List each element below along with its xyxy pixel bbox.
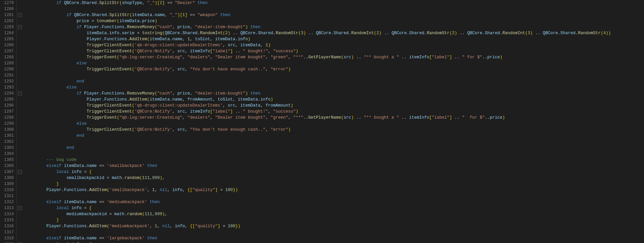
code-line: else: [26, 84, 644, 90]
line-number: 1303: [3, 145, 14, 151]
line-number: 1290: [3, 66, 14, 72]
line-number: 1287: [3, 48, 14, 54]
code-line: if Player.Functions.RemoveMoney("cash", …: [26, 90, 644, 97]
code-line: else: [26, 60, 644, 66]
line-number: 1300: [3, 127, 14, 133]
code-line: [26, 193, 644, 199]
code-line: TriggerClientEvent('QBCore:Notify', src,…: [26, 109, 644, 115]
line-number: 1318: [3, 235, 14, 241]
code-line: Player.Functions.AddItem(itemData.name, …: [26, 36, 644, 42]
fold-row: −: [17, 24, 24, 30]
code-line: }: [26, 217, 644, 223]
line-number: 1298: [3, 115, 14, 121]
fold-button[interactable]: −: [18, 170, 22, 174]
fold-row: [17, 66, 24, 72]
line-number: 1282: [3, 18, 14, 24]
fold-row: [17, 60, 24, 66]
code-line: [26, 6, 644, 12]
fold-row: [17, 187, 24, 193]
fold-row: [17, 181, 24, 187]
code-line: Player.Functions.AddItem(itemData.name, …: [26, 97, 644, 103]
code-line: end: [26, 145, 644, 151]
code-line: }: [26, 181, 644, 187]
code-line: if QBCore.Shared.SplitStr(itemData.name,…: [26, 12, 644, 18]
code-line: TriggerClientEvent('qb-drugs:client:upda…: [26, 42, 644, 48]
fold-row: −: [17, 241, 24, 243]
code-line: --- bag code: [26, 157, 644, 163]
fold-row: [17, 42, 24, 48]
line-number: 1283: [3, 24, 14, 30]
fold-row: [17, 72, 24, 78]
line-number: 1317: [3, 229, 14, 235]
line-number: 1305: [3, 157, 14, 163]
line-number: 1291: [3, 72, 14, 78]
line-number: 1279: [3, 0, 14, 6]
fold-row: [17, 139, 24, 145]
code-line: local info = {: [26, 205, 644, 211]
fold-row: [17, 163, 24, 169]
code-line: [26, 72, 644, 78]
line-numbers: 1279128012811282128312841285128612871288…: [0, 0, 17, 243]
code-line: price = tonumber(itemData.price): [26, 18, 644, 24]
fold-row: [17, 48, 24, 54]
fold-row: −: [17, 169, 24, 175]
line-number: 1299: [3, 121, 14, 127]
line-number: 1302: [3, 139, 14, 145]
fold-row: [17, 115, 24, 121]
code-line: TriggerClientEvent('QBCore:Notify', src,…: [26, 66, 644, 72]
line-number: 1292: [3, 78, 14, 84]
line-number: 1311: [3, 193, 14, 199]
line-number: 1294: [3, 90, 14, 97]
fold-column[interactable]: −−−−−−: [17, 0, 24, 243]
fold-row: [17, 127, 24, 133]
fold-row: [17, 36, 24, 42]
code-line: itemData.info.serie = tostring(QBCore.Sh…: [26, 30, 644, 36]
fold-row: [17, 151, 24, 157]
code-content: if QBCore.Shared.SplitStr(shopType, "_")…: [24, 0, 644, 243]
line-number: 1308: [3, 175, 14, 181]
line-number: 1286: [3, 42, 14, 48]
line-number: 1284: [3, 30, 14, 36]
fold-row: [17, 103, 24, 109]
line-number: 1285: [3, 36, 14, 42]
fold-button[interactable]: −: [18, 206, 22, 210]
fold-button[interactable]: −: [18, 13, 22, 17]
fold-row: [17, 157, 24, 163]
fold-row: [17, 199, 24, 205]
fold-button[interactable]: −: [18, 25, 22, 29]
line-number: 1313: [3, 205, 14, 211]
fold-row: [17, 193, 24, 199]
fold-row: [17, 133, 24, 139]
line-number: 1281: [3, 12, 14, 18]
code-line: Player.Functions.AddItem('mediumbackpack…: [26, 223, 644, 229]
fold-row: [17, 229, 24, 235]
fold-row: [17, 211, 24, 217]
code-line: TriggerClientEvent('qb-drugs:client:upda…: [26, 103, 644, 109]
fold-row: [17, 18, 24, 24]
line-number: 1310: [3, 187, 14, 193]
code-line: [26, 229, 644, 235]
code-editor: 1279128012811282128312841285128612871288…: [0, 0, 644, 243]
code-line: if Player.Functions.RemoveMoney("cash", …: [26, 24, 644, 30]
line-number: 1289: [3, 60, 14, 66]
code-line: [26, 151, 644, 157]
fold-row: [17, 78, 24, 84]
line-number: 1280: [3, 6, 14, 12]
line-number: 1312: [3, 199, 14, 205]
code-line: local info = {: [26, 241, 644, 243]
code-line: end: [26, 78, 644, 84]
fold-row: [17, 175, 24, 181]
code-line: [26, 139, 644, 145]
line-number: 1296: [3, 103, 14, 109]
code-line: TriggerEvent("qb-log:server:CreateLog", …: [26, 54, 644, 60]
code-line: Player.Functions.AddItem('smallbackpack'…: [26, 187, 644, 193]
code-line: TriggerClientEvent('QBCore:Notify', src,…: [26, 48, 644, 54]
code-line: if QBCore.Shared.SplitStr(shopType, "_")…: [26, 0, 644, 6]
line-number: 1297: [3, 109, 14, 115]
fold-row: −: [17, 90, 24, 97]
line-number: 1306: [3, 163, 14, 169]
fold-row: [17, 0, 24, 6]
fold-row: [17, 217, 24, 223]
code-line: elseif itemData.name == 'mediumbackpack'…: [26, 199, 644, 205]
fold-button[interactable]: −: [18, 92, 22, 96]
